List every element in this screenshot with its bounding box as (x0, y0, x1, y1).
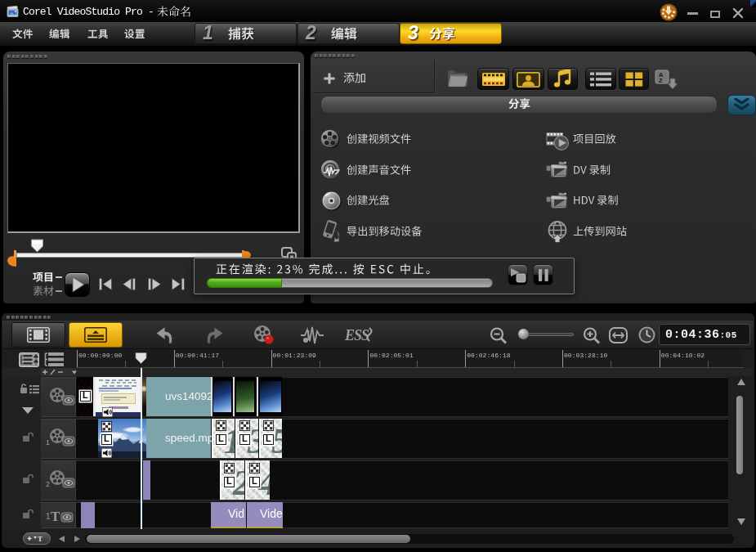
svg-text:Z: Z (659, 77, 663, 84)
svg-text:1: 1 (46, 438, 50, 447)
svg-text:ESS: ESS (345, 327, 369, 343)
svg-text:T: T (38, 535, 42, 542)
svg-text:2: 2 (46, 480, 50, 488)
svg-text:T: T (51, 509, 60, 524)
